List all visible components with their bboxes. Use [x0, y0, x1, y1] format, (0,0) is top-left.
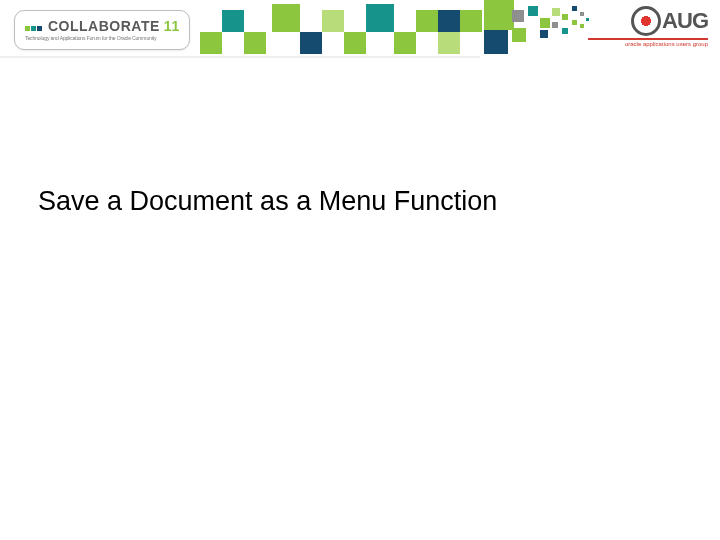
mosaic-square [572, 20, 577, 25]
mosaic-square [366, 4, 394, 32]
collaborate-year: 11 [164, 18, 180, 34]
mosaic-square [512, 28, 526, 42]
mosaic-square [528, 6, 538, 16]
mosaic-square [540, 30, 548, 38]
mosaic-square [200, 32, 222, 54]
mosaic-square [552, 8, 560, 16]
mosaic-square [416, 10, 438, 32]
mosaic-square [580, 24, 584, 28]
mosaic-square [562, 14, 568, 20]
mosaic-square [562, 28, 568, 34]
collaborate-logo: COLLABORATE 11 Technology and Applicatio… [14, 10, 190, 50]
mosaic-square [222, 10, 244, 32]
mosaic-square [572, 6, 577, 11]
mosaic-square [300, 32, 322, 54]
collaborate-brand: COLLABORATE [48, 18, 160, 34]
mosaic-square [540, 18, 550, 28]
collaborate-tagline: Technology and Applications Forum for th… [25, 35, 179, 41]
slide: COLLABORATE 11 Technology and Applicatio… [0, 0, 720, 540]
mosaic-square [394, 32, 416, 54]
mosaic-square [484, 0, 514, 30]
mosaic-square [484, 30, 508, 54]
mosaic-square [322, 10, 344, 32]
mosaic-square [244, 32, 266, 54]
slide-title: Save a Document as a Menu Function [38, 186, 497, 217]
oaug-text: AUG [662, 8, 708, 34]
oaug-o-icon [631, 6, 661, 36]
mosaic-square [512, 10, 524, 22]
mosaic-square [580, 12, 584, 16]
collaborate-squares-icon [25, 26, 42, 31]
header: COLLABORATE 11 Technology and Applicatio… [0, 0, 720, 64]
mosaic-square [438, 32, 460, 54]
mosaic-square [272, 4, 300, 32]
mosaic-square [552, 22, 558, 28]
mosaic-square [344, 32, 366, 54]
oaug-subtitle: oracle applications users group [588, 38, 708, 47]
mosaic-square [438, 10, 460, 32]
mosaic-square [460, 10, 482, 32]
header-divider [0, 56, 480, 58]
oaug-logo: AUG oracle applications users group [588, 6, 708, 47]
